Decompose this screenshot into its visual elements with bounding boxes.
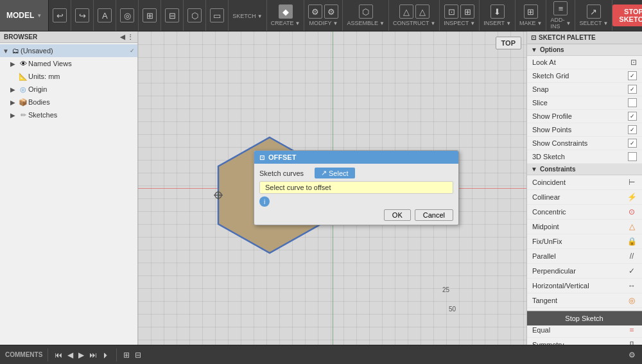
collinear-icon: ⚡ [627, 192, 637, 202]
palette-constraint-fix[interactable]: Fix/UnFix 🔒 [527, 234, 642, 249]
dialog-ok-button[interactable]: OK [384, 209, 411, 221]
modify-section[interactable]: ⚙ ⚙ MODIFY▼ [304, 0, 343, 31]
dialog-header-icon: ⊡ [259, 154, 265, 161]
tree-item-units[interactable]: 📐 Units: mm [0, 70, 137, 83]
tree-item-namedviews[interactable]: ▶ 👁 Named Views [0, 57, 137, 70]
perpendicular-label: Perpendicular [532, 267, 576, 275]
palette-constraint-collinear[interactable]: Collinear ⚡ [527, 190, 642, 205]
bottom-settings-icon[interactable]: ⚙ [627, 349, 637, 361]
browser-expand-icon[interactable]: ◀ [120, 33, 125, 40]
palette-constraint-hv[interactable]: Horizontal/Vertical ↔ [527, 279, 642, 293]
sketch-label-section[interactable]: SKETCH▼ [229, 0, 266, 31]
palette-option-show-profile[interactable]: Show Profile [527, 110, 642, 123]
sketch-grid-check[interactable] [628, 71, 637, 80]
tree-label-units: Units: mm [28, 73, 135, 80]
palette-constraint-perpendicular[interactable]: Perpendicular ✓ [527, 264, 642, 279]
midpoint-label: Midpoint [532, 223, 559, 230]
palette-constraint-tangent[interactable]: Tangent ◎ [527, 293, 642, 308]
dialog-cancel-button[interactable]: Cancel [415, 209, 453, 221]
model-chevron-icon: ▼ [37, 13, 42, 19]
slice-label: Slice [532, 99, 548, 107]
palette-option-sketch-grid[interactable]: Sketch Grid [527, 69, 642, 83]
model-button[interactable]: MODEL ▼ [0, 0, 49, 31]
assemble-section[interactable]: ⬡ ASSEMBLE▼ [343, 0, 388, 31]
addins-section[interactable]: ≡ ADD-INS▼ [546, 0, 575, 31]
select-chevron-icon: ▼ [603, 21, 608, 26]
bottom-toolbar: COMMENTS ⏮ ◀ ▶ ⏭ ⏵ ⊞ ⊟ ⚙ [0, 345, 642, 364]
playback-play2-icon[interactable]: ⏵ [101, 349, 111, 361]
tree-item-origin[interactable]: ▶ ◎ Origin [0, 83, 137, 96]
bottom-sep1 [48, 349, 48, 361]
main-area: BROWSER ◀ ⋮ ▼ 🗂 (Unsaved) ✓ ▶ 👁 Named Vi… [0, 31, 642, 345]
palette-option-3d-sketch[interactable]: 3D Sketch [527, 150, 642, 164]
tree-label-sketches: Sketches [28, 111, 135, 119]
sketch-grid1[interactable]: ⊞ [139, 0, 161, 31]
symmetry-label: Symmetry [532, 341, 564, 345]
playback-next-icon[interactable]: ⏭ [88, 349, 98, 361]
grid1-icon: ⊞ [143, 8, 157, 22]
palette-option-show-constraints[interactable]: Show Constraints [527, 137, 642, 150]
browser-settings-icon[interactable]: ⋮ [127, 33, 134, 40]
tree-expand-bodies: ▶ [10, 99, 18, 106]
tree-item-sketches[interactable]: ▶ ✏ Sketches [0, 108, 137, 121]
inspect-icon: ⊡ [444, 4, 458, 19]
constraints-section-header[interactable]: ▼ Constraints [527, 164, 642, 175]
parallel-icon: // [627, 251, 637, 261]
modify-icon2: ⚙ [324, 4, 338, 19]
stop-sketch-toolbar-button[interactable]: STOP SKETCH [612, 4, 642, 26]
palette-constraint-midpoint[interactable]: Midpoint △ [527, 220, 642, 234]
dim-v-label: 50 [449, 306, 456, 313]
sketch-label: SKETCH [232, 13, 256, 19]
palette-option-show-points[interactable]: Show Points [527, 123, 642, 137]
tree-item-bodies[interactable]: ▶ 📦 Bodies [0, 96, 137, 108]
insert-icon: ⬇ [490, 4, 505, 19]
sketch-text[interactable]: A [94, 0, 116, 31]
viewport[interactable]: TOP 25 50 ⊡ OFFSET Sketch curves [138, 31, 526, 345]
sketch-undo[interactable]: ↩ [49, 0, 71, 31]
tree-expand-origin: ▶ [10, 86, 18, 93]
playback-start-icon[interactable]: ⏮ [53, 349, 64, 361]
show-profile-check[interactable] [628, 112, 637, 121]
look-at-icon[interactable]: ⊡ [630, 58, 637, 67]
options-section-header[interactable]: ▼ Options [527, 44, 642, 56]
create-section[interactable]: ◆ CREATE▼ [267, 0, 305, 31]
dialog-tooltip: Select curve to offset [259, 181, 453, 194]
playback-play-icon[interactable]: ▶ [77, 349, 85, 361]
tree-expand-root: ▼ [3, 48, 10, 55]
make-section[interactable]: ⊞ MAKE▼ [516, 0, 546, 31]
playback-prev-icon[interactable]: ◀ [66, 349, 74, 361]
palette-constraint-symmetry[interactable]: Symmetry [] [527, 338, 642, 345]
expand-icon[interactable]: ⊞ [122, 349, 131, 361]
palette-option-snap[interactable]: Snap [527, 83, 642, 96]
insert-section[interactable]: ⬇ INSERT▼ [480, 0, 516, 31]
concentric-label: Concentric [532, 208, 566, 216]
3d-sketch-check[interactable] [628, 152, 637, 161]
palette-constraint-parallel[interactable]: Parallel // [527, 249, 642, 264]
dialog-header: ⊡ OFFSET [254, 151, 458, 164]
snap-check[interactable] [628, 85, 637, 94]
palette-option-look-at[interactable]: Look At ⊡ [527, 56, 642, 69]
show-constraints-check[interactable] [628, 139, 637, 148]
stop-sketch-button[interactable]: Stop Sketch [526, 311, 642, 325]
sketch-camera[interactable]: ◎ [116, 0, 139, 31]
sketch-section[interactable]: ▭ [206, 0, 229, 31]
show-points-check[interactable] [628, 125, 637, 134]
select-section[interactable]: ↗ SELECT▼ [575, 0, 612, 31]
insert-chevron-icon: ▼ [506, 21, 511, 26]
palette-icon: ⊡ [531, 34, 536, 41]
construct-section[interactable]: △ △ CONSTRUCT▼ [389, 0, 440, 31]
dialog-select-button[interactable]: ↗ Select [315, 168, 355, 178]
sketch-redo[interactable]: ↪ [71, 0, 94, 31]
sketch-hexagon[interactable]: ⬡ [184, 0, 206, 31]
construct-icon: △ [399, 4, 413, 19]
tree-item-root[interactable]: ▼ 🗂 (Unsaved) ✓ [0, 44, 137, 57]
expand2-icon[interactable]: ⊟ [134, 349, 143, 361]
inspect-section[interactable]: ⊡ ⊞ INSPECT▼ [440, 0, 480, 31]
sketch-grid2[interactable]: ⊟ [161, 0, 184, 31]
3d-sketch-label: 3D Sketch [532, 153, 565, 160]
palette-option-slice[interactable]: Slice [527, 96, 642, 110]
options-label: Options [540, 46, 564, 53]
palette-constraint-concentric[interactable]: Concentric ⊙ [527, 205, 642, 220]
slice-check[interactable] [628, 98, 637, 107]
palette-constraint-coincident[interactable]: Coincident ⊢ [527, 175, 642, 190]
